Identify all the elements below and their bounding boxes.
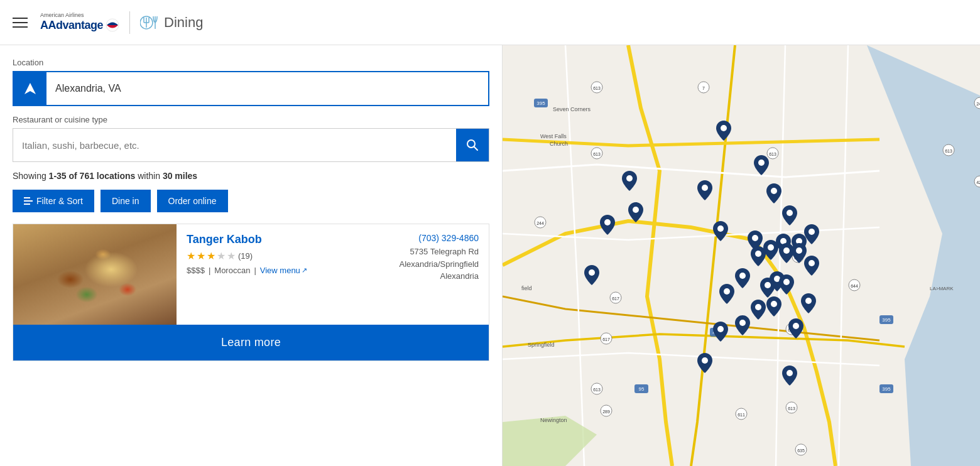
- svg-rect-53: [879, 315, 893, 324]
- learn-more-button[interactable]: Learn more: [13, 325, 489, 360]
- map-pin-28[interactable]: [788, 318, 803, 339]
- map-pin-2[interactable]: [622, 171, 637, 191]
- svg-point-69: [601, 405, 612, 416]
- restaurant-phone[interactable]: (703) 329-4860: [418, 233, 479, 243]
- svg-point-127: [755, 251, 761, 257]
- map-pin-1[interactable]: [754, 155, 769, 175]
- order-online-button[interactable]: Order online: [157, 190, 228, 212]
- filter-icon: [24, 197, 33, 205]
- svg-text:611: 611: [738, 413, 745, 417]
- map-pin-0[interactable]: [716, 121, 731, 141]
- map-pin-31[interactable]: [782, 366, 797, 386]
- map-pin-25[interactable]: [766, 296, 781, 317]
- showing-text: Showing: [13, 171, 49, 181]
- map-pin-29[interactable]: [713, 322, 728, 342]
- map-container[interactable]: Seven Corners Bailey's Crossroads ALEXAN…: [503, 45, 980, 466]
- svg-point-81: [591, 82, 602, 93]
- map-pin-8[interactable]: [713, 221, 728, 241]
- filter-sort-button[interactable]: Filter & Sort: [13, 190, 94, 212]
- map-pin-23[interactable]: [719, 284, 734, 304]
- stars-container: ★ ★ ★ ★ ★: [187, 250, 236, 262]
- svg-point-130: [739, 273, 746, 279]
- map-pin-5[interactable]: [628, 202, 643, 222]
- meta-separator: |: [209, 266, 210, 275]
- location-arrow-icon: [23, 82, 37, 95]
- svg-point-119: [717, 225, 724, 232]
- svg-text:617: 617: [602, 337, 610, 342]
- logo-divider: [129, 11, 130, 34]
- location-input-row: [13, 71, 489, 106]
- svg-marker-7: [24, 83, 36, 94]
- svg-point-111: [721, 125, 727, 131]
- svg-point-139: [793, 323, 799, 329]
- map-pins-container: [503, 45, 980, 466]
- svg-point-133: [765, 282, 771, 288]
- svg-point-115: [771, 188, 777, 194]
- map-pin-22[interactable]: [760, 278, 775, 298]
- dine-in-label: Dine in: [112, 196, 139, 206]
- map-pin-4[interactable]: [766, 183, 781, 203]
- map-roads-svg: Seven Corners Bailey's Crossroads ALEXAN…: [503, 45, 980, 466]
- card-info: Tanger Kabob ★ ★ ★ ★ ★ (19): [177, 224, 363, 325]
- map-pin-21[interactable]: [779, 274, 794, 295]
- svg-point-114: [702, 185, 708, 191]
- american-airlines-text: American Airlines: [40, 13, 119, 19]
- svg-point-117: [787, 210, 793, 216]
- svg-point-137: [755, 304, 761, 310]
- map-pin-17[interactable]: [804, 256, 819, 276]
- svg-text:field: field: [521, 285, 532, 291]
- location-button[interactable]: [14, 72, 46, 105]
- svg-text:635: 635: [797, 448, 805, 453]
- svg-point-113: [626, 175, 633, 182]
- hamburger-menu[interactable]: [13, 18, 28, 28]
- search-button[interactable]: [456, 129, 489, 161]
- review-count: (19): [238, 251, 253, 261]
- dining-logo: Dining: [140, 14, 203, 31]
- map-pin-18[interactable]: [584, 265, 599, 285]
- card-inner: Tanger Kabob ★ ★ ★ ★ ★ (19): [13, 224, 489, 325]
- svg-point-71: [736, 408, 747, 420]
- map-pin-16[interactable]: [751, 246, 766, 266]
- map-pin-30[interactable]: [697, 353, 712, 373]
- svg-point-140: [717, 326, 724, 332]
- svg-point-121: [752, 235, 758, 241]
- left-panel: Location Restaurant or cuisine type: [0, 45, 503, 466]
- svg-text:Seven Corners: Seven Corners: [553, 106, 591, 112]
- search-icon: [466, 139, 479, 151]
- map-pin-6[interactable]: [782, 205, 797, 225]
- left-section: Location Restaurant or cuisine type: [0, 45, 503, 466]
- view-menu-link[interactable]: View menu ↗: [260, 266, 307, 275]
- cuisine-input[interactable]: [13, 133, 456, 158]
- svg-text:West Falls: West Falls: [540, 133, 567, 139]
- svg-point-61: [849, 279, 860, 291]
- svg-point-67: [591, 383, 602, 394]
- map-pin-3[interactable]: [697, 180, 712, 200]
- restaurant-name[interactable]: Tanger Kabob: [187, 233, 353, 246]
- aadvantage-text: AAdvantage: [40, 19, 103, 32]
- cuisine-label: Restaurant or cuisine type: [13, 115, 489, 124]
- map-pin-26[interactable]: [751, 300, 766, 320]
- svg-text:613: 613: [945, 149, 952, 153]
- results-count: Showing 1-35 of 761 locations within 30 …: [13, 171, 489, 181]
- aa-flag-icon: [106, 18, 119, 32]
- dining-text: Dining: [164, 14, 203, 31]
- svg-point-134: [724, 288, 730, 295]
- dine-in-button[interactable]: Dine in: [101, 190, 151, 212]
- svg-point-138: [739, 320, 746, 326]
- dining-icon: [140, 14, 160, 31]
- filter-sort-label: Filter & Sort: [36, 196, 83, 206]
- map-pin-19[interactable]: [735, 268, 750, 288]
- svg-text:613: 613: [593, 387, 601, 392]
- map-pin-27[interactable]: [735, 315, 750, 335]
- svg-point-132: [783, 279, 790, 285]
- svg-point-85: [974, 97, 980, 109]
- map-pin-24[interactable]: [801, 293, 816, 313]
- map-pin-7[interactable]: [600, 215, 615, 235]
- svg-point-83: [698, 82, 709, 93]
- star-5: ★: [227, 250, 236, 262]
- svg-rect-10: [911, 45, 980, 466]
- aadvantage-logo: American Airlines AAdvantage: [40, 13, 119, 33]
- order-online-label: Order online: [168, 196, 217, 206]
- address-line-3: Alexandria: [400, 270, 479, 283]
- location-input[interactable]: [46, 83, 488, 94]
